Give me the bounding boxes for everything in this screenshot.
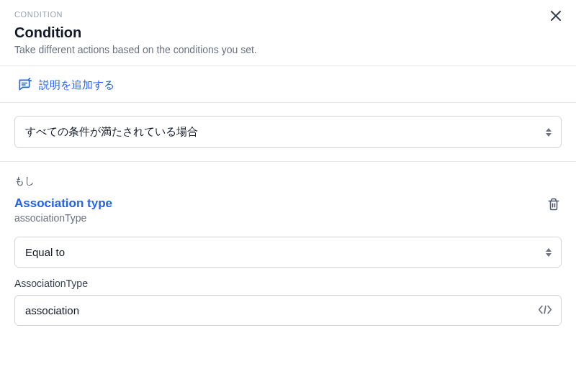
condition-field-key: associationType xyxy=(14,212,112,224)
condition-panel: CONDITION Condition Take different actio… xyxy=(0,0,576,339)
panel-overline: CONDITION xyxy=(14,10,562,19)
condition-section: もし Association type associationType Equa… xyxy=(0,162,576,339)
code-toggle-button[interactable] xyxy=(538,304,552,316)
condition-field-info[interactable]: Association type associationType xyxy=(14,196,112,224)
svg-line-4 xyxy=(29,78,30,80)
if-label: もし xyxy=(14,175,562,188)
condition-field-name: Association type xyxy=(14,196,112,211)
value-text: association xyxy=(25,304,79,316)
code-icon xyxy=(538,304,552,314)
select-caret-icon xyxy=(545,248,552,257)
add-description-button[interactable]: 説明を追加する xyxy=(0,66,576,103)
panel-title: Condition xyxy=(14,24,562,41)
operator-value: Equal to xyxy=(25,246,65,258)
close-icon xyxy=(551,11,561,21)
svg-line-8 xyxy=(544,306,546,313)
match-mode-value: すべての条件が満たされている場合 xyxy=(25,125,198,137)
close-button[interactable] xyxy=(549,9,563,23)
add-description-label: 説明を追加する xyxy=(39,78,114,92)
panel-header: CONDITION Condition Take different actio… xyxy=(0,0,576,66)
trash-icon xyxy=(547,198,560,211)
match-mode-select[interactable]: すべての条件が満たされている場合 xyxy=(14,116,562,148)
panel-subtitle: Take different actions based on the cond… xyxy=(14,44,562,55)
select-caret-icon xyxy=(545,128,552,137)
add-description-icon xyxy=(17,78,32,92)
condition-field-row: Association type associationType xyxy=(14,196,562,224)
delete-condition-button[interactable] xyxy=(546,196,562,215)
value-label: AssociationType xyxy=(14,278,562,289)
operator-select[interactable]: Equal to xyxy=(14,237,562,268)
value-input[interactable]: association xyxy=(14,295,562,326)
match-mode-section: すべての条件が満たされている場合 xyxy=(0,103,576,162)
